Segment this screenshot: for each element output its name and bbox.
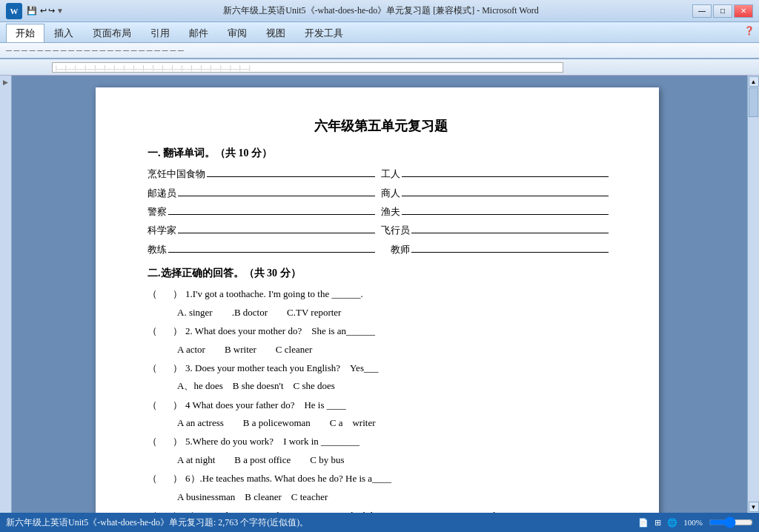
vocab-label-3a: 警察 — [148, 203, 167, 220]
tab-developer[interactable]: 开发工具 — [295, 24, 353, 42]
vocab-label-1a: 烹饪中国食物 — [148, 165, 205, 182]
vocab-item-4b: 飞行员 — [381, 222, 614, 239]
tab-layout[interactable]: 页面布局 — [83, 24, 141, 42]
q6-paren-open: （ — [148, 470, 157, 487]
q7-text: 7）.How do you go to the cinema? A .by bi… — [185, 507, 506, 513]
q2-text: 2. What does your mother do? She is an__… — [185, 322, 375, 339]
vocab-item-2a: 邮递员 — [148, 184, 381, 202]
q1-paren-open: （ — [148, 285, 157, 302]
vocab-label-4b: 飞行员 — [381, 222, 410, 239]
q5-choices: A at night B a post office C by bus — [177, 451, 614, 468]
tab-reference[interactable]: 引用 — [141, 24, 179, 42]
maximize-button[interactable]: □ — [713, 4, 732, 18]
vocab-line-2a — [178, 196, 375, 196]
q2-choices: A actor B writer C cleaner — [177, 341, 614, 358]
q3-choices: A、he does B she doesn't C she does — [177, 377, 614, 394]
minimize-button[interactable]: — — [692, 4, 712, 18]
q4-paren-open: （ — [148, 396, 157, 413]
vocab-label-1b: 工人 — [381, 165, 400, 182]
vocab-row-1: 烹饪中国食物 工人 — [148, 165, 614, 182]
tab-insert[interactable]: 插入 — [44, 24, 83, 42]
tab-start[interactable]: 开始 — [6, 24, 44, 42]
section2-heading: 二.选择正确的回答。（共 30 分） — [148, 264, 614, 282]
q3-paren-close: ） — [173, 359, 182, 376]
q7-paren-open: （ — [148, 507, 157, 513]
question-7: （ ） 7）.How do you go to the cinema? A .b… — [148, 507, 614, 513]
vocab-line-4b — [411, 233, 609, 233]
left-sidebar: ▶ — [0, 76, 12, 513]
page-title: 六年级第五单元复习题 — [148, 117, 614, 135]
undo-icon[interactable]: ↩ — [40, 6, 47, 16]
vocab-label-2b: 商人 — [381, 184, 400, 202]
vocab-label-5a: 教练 — [148, 241, 167, 258]
question-1: （ ） 1.I'v got a toothache. I'm going to … — [148, 285, 614, 302]
title-bar: W 💾 ↩ ↪ ▼ 新六年级上英语Unit5《-what-does-he-do》… — [0, 0, 759, 22]
vocab-line-1a — [207, 176, 375, 177]
q6-choices: A businessman B cleaner C teacher — [177, 488, 614, 505]
q6-paren-close: ） — [173, 470, 182, 487]
section1-heading: 一. 翻译单词。（共 10 分） — [148, 144, 614, 162]
vocab-line-3a — [168, 214, 375, 215]
vocab-line-2b — [402, 196, 609, 196]
question-5: （ ） 5.Where do you work? I work in _____… — [148, 433, 614, 450]
vocab-item-4a: 科学家 — [148, 222, 381, 239]
main-area: ▶ 六年级第五单元复习题 一. 翻译单词。（共 10 分） 烹饪中国食物 工人 — [0, 76, 759, 513]
vocab-line-1b — [402, 176, 609, 177]
section1: 一. 翻译单词。（共 10 分） 烹饪中国食物 工人 邮递员 — [148, 144, 614, 258]
document-area[interactable]: 六年级第五单元复习题 一. 翻译单词。（共 10 分） 烹饪中国食物 工人 — [12, 76, 747, 513]
vocab-item-1a: 烹饪中国食物 — [148, 165, 381, 182]
ruler-markers: |.....|.....|.....|.....|.....|.....|...… — [56, 64, 251, 71]
vocab-row-4: 科学家 飞行员 — [148, 222, 614, 239]
scroll-down-button[interactable]: ▼ — [749, 502, 759, 512]
ribbon-controls: ─ ─ ─ ─ ─ ─ ─ ─ ─ ─ ─ ─ ─ ─ ─ ─ ─ ─ ─ ─ … — [6, 46, 184, 55]
vocab-item-1b: 工人 — [381, 165, 614, 182]
scroll-track[interactable] — [748, 87, 759, 501]
vocab-line-3b — [402, 214, 609, 215]
q6-blank — [160, 470, 170, 487]
q2-blank — [160, 322, 170, 339]
q1-text: 1.I'v got a toothache. I'm going to the … — [185, 285, 363, 302]
vocab-label-5b: 教师 — [381, 241, 410, 258]
document-page: 六年级第五单元复习题 一. 翻译单词。（共 10 分） 烹饪中国食物 工人 — [96, 87, 659, 513]
vocab-item-3a: 警察 — [148, 203, 381, 220]
q5-text: 5.Where do you work? I work in ________ — [185, 433, 359, 450]
scroll-up-button[interactable]: ▲ — [749, 76, 759, 87]
ribbon-body: ─ ─ ─ ─ ─ ─ ─ ─ ─ ─ ─ ─ ─ ─ ─ ─ ─ ─ ─ ─ … — [0, 43, 759, 59]
vocab-item-5b: 教师 — [381, 241, 614, 258]
q4-choices: A an actress B a policewoman C a writer — [177, 414, 614, 431]
left-sidebar-icon: ▶ — [3, 79, 8, 86]
vocab-item-2b: 商人 — [381, 184, 614, 202]
right-scrollbar[interactable]: ▲ ▼ — [747, 76, 759, 513]
q5-paren-close: ） — [173, 433, 182, 450]
q6-text: 6）.He teaches maths. What does he do? He… — [185, 470, 391, 487]
q3-blank — [160, 359, 170, 376]
q3-text: 3. Does your mother teach you English? Y… — [185, 359, 378, 376]
q1-blank — [160, 285, 170, 302]
close-button[interactable]: ✕ — [734, 4, 753, 18]
help-icon[interactable]: ❓ — [740, 24, 759, 42]
question-3: （ ） 3. Does your mother teach you Englis… — [148, 359, 614, 376]
tab-review[interactable]: 审阅 — [218, 24, 256, 42]
q4-blank — [160, 396, 170, 413]
q4-paren-close: ） — [173, 396, 182, 413]
save-icon[interactable]: 💾 — [27, 6, 37, 16]
redo-icon[interactable]: ↪ — [48, 6, 55, 16]
scroll-thumb[interactable] — [749, 87, 758, 117]
app-logo: W — [6, 3, 22, 19]
quick-menu-icon[interactable]: ▼ — [56, 7, 64, 15]
tab-mail[interactable]: 邮件 — [179, 24, 218, 42]
q1-paren-close: ） — [173, 285, 182, 302]
vocab-line-4a — [178, 233, 375, 233]
q3-paren-open: （ — [148, 359, 157, 376]
ribbon-tabs: 开始 插入 页面布局 引用 邮件 审阅 视图 开发工具 ❓ — [0, 22, 759, 43]
vocab-line-5a — [168, 252, 375, 253]
q1-choices: A. singer .B doctor C.TV reporter — [177, 304, 614, 321]
tab-view[interactable]: 视图 — [256, 24, 295, 42]
window-controls: — □ ✕ — [692, 4, 753, 18]
q2-paren-open: （ — [148, 322, 157, 339]
vocab-line-5b — [411, 252, 609, 253]
q5-blank — [160, 433, 170, 450]
section2: 二.选择正确的回答。（共 30 分） （ ） 1.I'v got a tooth… — [148, 264, 614, 513]
q7-blank — [160, 507, 170, 513]
q7-paren-close: ） — [173, 507, 182, 513]
